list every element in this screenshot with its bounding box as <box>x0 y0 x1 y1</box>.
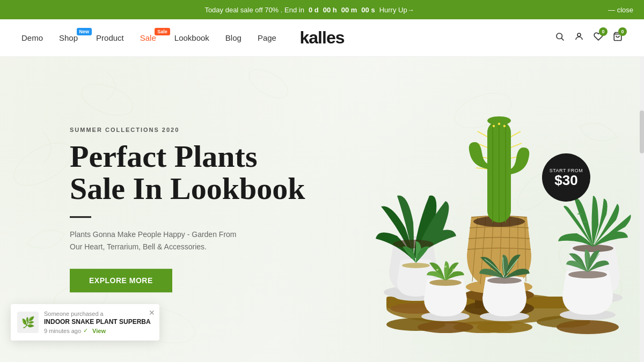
nav-right: 0 0 <box>555 32 623 44</box>
svg-point-45 <box>499 123 500 125</box>
timer-hours: 00 h <box>323 6 337 14</box>
plants-illustration <box>279 78 633 357</box>
nav-item-demo[interactable]: Demo <box>21 33 43 42</box>
svg-line-39 <box>478 131 487 137</box>
announcement-bar: Today deal sale off 70% . End in 0 d 00 … <box>0 0 644 19</box>
timer-days: 0 d <box>309 6 319 14</box>
nav-item-product[interactable]: Product <box>96 33 124 42</box>
hurry-text: Hurry Up→ <box>379 6 414 14</box>
notification-time: 9 minutes ago ✓ View <box>44 327 151 334</box>
deal-text: Today deal sale off 70% . End in <box>204 6 304 14</box>
nav-item-shop[interactable]: Shop New <box>59 33 80 42</box>
svg-point-55 <box>477 321 532 333</box>
svg-line-43 <box>511 131 521 137</box>
purchase-notification: 🌿 Someone purchased a INDOOR SNAKE PLANT… <box>11 304 159 341</box>
svg-line-40 <box>511 143 522 147</box>
cart-icon[interactable]: 0 <box>613 32 623 44</box>
main-navigation: Demo Shop New Product Sale Sale Lookbook… <box>0 19 644 57</box>
hero-title-line1: Perfact Plants <box>70 139 257 174</box>
timer-seconds: 00 s <box>361 6 375 14</box>
notification-close-button[interactable]: ✕ <box>149 308 155 317</box>
svg-point-21 <box>402 263 430 268</box>
svg-point-4 <box>7 134 79 194</box>
nav-item-sale[interactable]: Sale Sale <box>140 33 158 42</box>
notification-purchased-label: Someone purchased a <box>44 311 151 317</box>
nav-item-blog[interactable]: Blog <box>225 33 241 42</box>
svg-point-2 <box>577 33 581 36</box>
shop-new-badge: New <box>77 28 92 35</box>
hero-description: Plants Gonna Make People Happy - Garden … <box>70 229 305 253</box>
svg-point-49 <box>418 321 473 333</box>
hero-content: SUMMER COLLECTIONS 2020 Perfact Plants S… <box>70 127 305 293</box>
notification-product-name: INDOOR SNAKE PLANT SUPERBA <box>44 318 151 326</box>
hero-title-line2: Sale In Lookbook <box>70 172 305 206</box>
svg-point-53 <box>444 265 447 268</box>
timer-minutes: 00 m <box>341 6 357 14</box>
nav-left: Demo Shop New Product Sale Sale Lookbook… <box>21 33 276 42</box>
nav-item-lookbook[interactable]: Lookbook <box>174 33 209 42</box>
cart-count: 0 <box>618 27 627 36</box>
svg-point-0 <box>557 33 562 39</box>
notification-time-text: 9 minutes ago <box>44 328 81 334</box>
svg-point-5 <box>77 78 137 121</box>
sale-badge: Sale <box>155 28 170 35</box>
svg-point-58 <box>557 320 619 334</box>
notification-view-link[interactable]: View <box>92 328 106 334</box>
nav-item-page[interactable]: Page <box>258 33 276 42</box>
hero-section: SUMMER COLLECTIONS 2020 Perfact Plants S… <box>0 57 644 362</box>
search-icon[interactable] <box>555 32 565 44</box>
price-badge-value: $30 <box>554 173 577 187</box>
hero-title: Perfact Plants Sale In Lookbook <box>70 141 305 206</box>
site-logo[interactable]: kalles <box>300 28 345 48</box>
user-icon[interactable] <box>574 32 584 44</box>
wishlist-count: 0 <box>599 27 608 36</box>
svg-point-60 <box>568 271 607 278</box>
svg-line-1 <box>561 38 564 40</box>
notification-content: Someone purchased a INDOOR SNAKE PLANT S… <box>44 311 151 334</box>
svg-point-44 <box>493 125 495 127</box>
hero-divider <box>70 217 91 218</box>
hero-subtitle: SUMMER COLLECTIONS 2020 <box>70 127 305 133</box>
plants-svg <box>279 78 633 357</box>
scrollbar-thumb[interactable] <box>640 110 644 153</box>
explore-more-button[interactable]: Explore More <box>70 269 172 292</box>
svg-point-52 <box>436 269 438 271</box>
notification-check-icon: ✓ <box>83 327 88 334</box>
svg-point-54 <box>452 269 455 271</box>
notification-plant-image: 🌿 <box>17 312 39 333</box>
wishlist-icon[interactable]: 0 <box>594 32 603 44</box>
scrollbar[interactable] <box>640 57 644 362</box>
announcement-close-button[interactable]: — close <box>608 6 633 14</box>
price-badge: Start From $30 <box>542 153 590 202</box>
svg-point-46 <box>504 125 506 127</box>
